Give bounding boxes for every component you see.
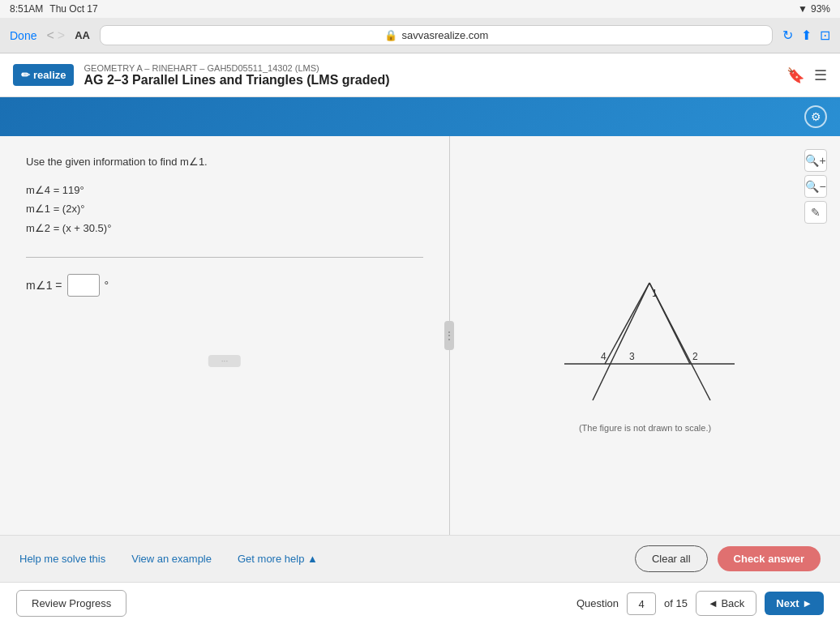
given-angle2: m∠2 = (x + 30.5)° [26, 219, 423, 237]
drag-handle[interactable]: ··· [208, 355, 241, 367]
status-bar: 8:51AM Thu Oct 17 ▼ 93% [0, 0, 840, 18]
share-button[interactable]: ⬆ [801, 28, 812, 43]
clear-all-button[interactable]: Clear all [635, 545, 708, 572]
accent-bar: ⚙ [0, 97, 840, 136]
next-button[interactable]: Next ► [765, 592, 824, 615]
reload-button[interactable]: ↻ [782, 28, 793, 43]
header-right: 🔖 ☰ [786, 66, 827, 84]
help-right: Clear all Check answer [635, 545, 821, 572]
app-header: ✏ realize GEOMETRY A – RINEHART – GAH5D0… [0, 53, 840, 97]
answer-label: m∠1 = [26, 279, 62, 292]
question-nav: Question 4 of 15 ◄ Back Next ► [576, 591, 824, 616]
question-total: of 15 [664, 597, 688, 609]
triangle-figure: 1 2 3 4 [540, 238, 751, 417]
nav-back-button[interactable]: < [46, 28, 54, 43]
text-size-button[interactable]: AA [75, 29, 90, 41]
given-angle4: m∠4 = 119° [26, 181, 423, 199]
settings-button[interactable]: ⚙ [804, 105, 827, 128]
status-day: Thu Oct 17 [49, 3, 97, 15]
edit-figure-button[interactable]: ✎ [804, 201, 827, 224]
page-title: AG 2–3 Parallel Lines and Triangles (LMS… [84, 73, 777, 88]
view-example-link[interactable]: View an example [131, 553, 212, 565]
given-info: m∠4 = 119° m∠1 = (2x)° m∠2 = (x + 30.5)° [26, 181, 423, 237]
realize-label: realize [33, 69, 66, 81]
browser-chrome: Done < > AA 🔒 savvasrealize.com ↻ ⬆ ⊡ [0, 18, 840, 53]
more-button[interactable]: ⊡ [820, 28, 830, 43]
done-button[interactable]: Done [10, 29, 36, 42]
question-number: 4 [627, 592, 656, 615]
wifi-icon: ▼ [798, 3, 808, 15]
url-bar[interactable]: 🔒 savvasrealize.com [100, 25, 773, 45]
browser-nav: < > [46, 28, 65, 43]
svg-line-4 [649, 283, 710, 400]
drag-divider[interactable]: ··· [26, 257, 423, 258]
realize-logo-button[interactable]: ✏ realize [13, 64, 74, 86]
angle3-label: 3 [629, 351, 635, 362]
header-info: GEOMETRY A – RINEHART – GAH5D05511_14302… [84, 63, 777, 88]
angle1-label: 1 [652, 288, 658, 299]
given-angle1: m∠1 = (2x)° [26, 199, 423, 218]
breadcrumb: GEOMETRY A – RINEHART – GAH5D05511_14302… [84, 63, 777, 73]
battery-percent: 93% [811, 3, 830, 15]
get-more-help-link[interactable]: Get more help ▲ [238, 553, 318, 565]
panel-resize-handle[interactable] [444, 321, 454, 350]
review-progress-button[interactable]: Review Progress [16, 590, 126, 617]
zoom-out-button[interactable]: 🔍− [804, 175, 827, 198]
back-button[interactable]: ◄ Back [696, 591, 756, 616]
figure-caption: (The figure is not drawn to scale.) [579, 423, 711, 433]
lock-icon: 🔒 [384, 29, 397, 41]
question-label: Question [576, 597, 619, 609]
svg-line-1 [605, 283, 649, 364]
realize-edit-icon: ✏ [21, 69, 30, 81]
right-panel: 🔍+ 🔍− ✎ 1 2 3 4 [450, 136, 840, 535]
browser-actions: ↻ ⬆ ⊡ [782, 28, 830, 43]
left-panel: Use the given information to find m∠1. m… [0, 136, 450, 535]
help-bar: Help me solve this View an example Get m… [0, 535, 840, 582]
angle4-label: 4 [601, 351, 606, 362]
status-time: 8:51AM [10, 3, 43, 15]
url-text: savvasrealize.com [402, 29, 489, 41]
svg-line-3 [593, 283, 649, 400]
footer: Review Progress Question 4 of 15 ◄ Back … [0, 582, 840, 624]
main-content: Use the given information to find m∠1. m… [0, 136, 840, 535]
angle2-label: 2 [692, 351, 698, 362]
check-answer-button[interactable]: Check answer [718, 546, 821, 571]
answer-input[interactable] [67, 274, 100, 297]
help-me-solve-link[interactable]: Help me solve this [19, 553, 105, 565]
question-instruction: Use the given information to find m∠1. [26, 156, 423, 168]
bookmark-icon[interactable]: 🔖 [786, 66, 804, 84]
zoom-controls: 🔍+ 🔍− ✎ [804, 149, 827, 224]
figure-container: 1 2 3 4 (The figure is not drawn to scal… [463, 149, 827, 522]
answer-row: m∠1 = ° [26, 274, 423, 297]
zoom-in-button[interactable]: 🔍+ [804, 149, 827, 172]
menu-icon[interactable]: ☰ [814, 66, 827, 84]
answer-unit: ° [105, 279, 109, 292]
nav-forward-button[interactable]: > [58, 28, 65, 43]
